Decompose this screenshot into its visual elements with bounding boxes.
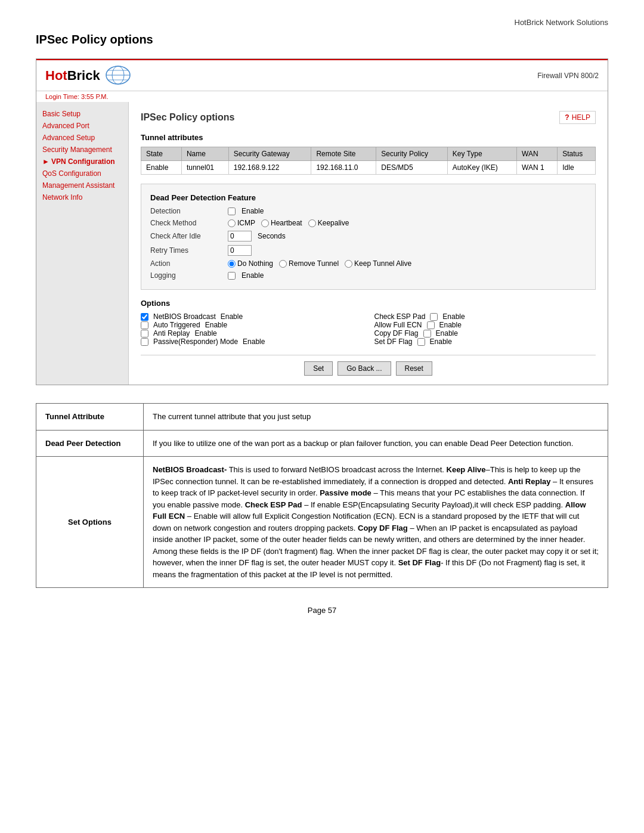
dpd-check-after-idle-value: Seconds	[228, 231, 286, 241]
options-section: Options NetBIOS Broadcast Enable Aut	[141, 299, 596, 346]
copy-df-flag-enable: Enable	[436, 329, 458, 337]
set-options-label: Set Options	[36, 457, 144, 588]
keepalive-radio[interactable]	[308, 219, 316, 227]
dpd-logging-value: Enable	[228, 271, 264, 280]
login-time: Login Time: 3:55 P.M.	[36, 91, 608, 102]
copy-df-flag-row: Copy DF Flag Enable	[374, 329, 596, 337]
netbios-row: NetBIOS Broadcast Enable	[141, 312, 363, 321]
logo-bar: HotBrick Firewall VPN 800/2	[36, 60, 608, 91]
netbios-label: NetBIOS Broadcast	[153, 312, 216, 321]
netbios-enable: Enable	[221, 312, 243, 321]
netbios-checkbox[interactable]	[141, 313, 148, 321]
logo-hot: Hot	[45, 68, 67, 83]
passive-mode-checkbox[interactable]	[141, 338, 148, 346]
sidebar-item-qos-configuration[interactable]: QoS Configuration	[36, 168, 128, 179]
col-name: Name	[181, 147, 228, 161]
col-state: State	[141, 147, 182, 161]
go-back-button[interactable]: Go Back ...	[338, 361, 391, 376]
sidebar-item-vpn-configuration[interactable]: ►VPN Configuration	[36, 156, 128, 168]
copy-df-flag-label: Copy DF Flag	[374, 329, 419, 337]
heartbeat-radio[interactable]	[261, 219, 269, 227]
allow-full-ecn-row: Allow Full ECN Enable	[374, 321, 596, 329]
set-df-flag-checkbox[interactable]	[417, 338, 425, 346]
page-title: IPSec Policy options	[36, 33, 608, 47]
retry-times-input[interactable]	[228, 245, 252, 256]
remove-tunnel-radio[interactable]	[279, 260, 287, 268]
dpd-retry-times-row: Retry Times	[150, 245, 586, 256]
do-nothing-radio[interactable]	[228, 260, 236, 268]
dead-peer-content: If you like to utilize one of the wan po…	[144, 430, 608, 457]
check-esp-pad-checkbox[interactable]	[430, 313, 438, 321]
dpd-check-method-value: ICMP Heartbeat Keepalive	[228, 219, 349, 227]
set-df-flag-enable: Enable	[430, 337, 452, 346]
anti-replay-checkbox[interactable]	[141, 330, 148, 337]
detection-checkbox[interactable]	[228, 208, 236, 215]
keep-tunnel-alive-option: Keep Tunnel Alive	[345, 259, 411, 268]
dpd-section: Dead Peer Detection Feature Detection En…	[141, 184, 596, 290]
logging-checkbox[interactable]	[228, 272, 236, 280]
help-icon: ?	[565, 113, 569, 122]
tunnel-table: State Name Security Gateway Remote Site …	[141, 147, 596, 175]
options-left: NetBIOS Broadcast Enable Auto Triggered …	[141, 312, 363, 346]
cell-security-policy: DES/MD5	[376, 161, 448, 175]
detection-enable-label: Enable	[242, 207, 264, 215]
anti-replay-enable: Enable	[194, 329, 216, 337]
page-container: HotBrick Network Solutions IPSec Policy …	[0, 0, 644, 639]
description-table: Tunnel Attribute The current tunnel attr…	[36, 403, 608, 588]
set-df-flag-label: Set DF Flag	[374, 337, 413, 346]
table-row: Enable tunnel01 192.168.9.122 192.168.11…	[141, 161, 596, 175]
reset-button[interactable]: Reset	[396, 361, 432, 376]
logo-brick: Brick	[67, 68, 100, 83]
auto-triggered-checkbox[interactable]	[141, 321, 148, 329]
dpd-retry-times-value	[228, 245, 252, 256]
do-nothing-option: Do Nothing	[228, 259, 273, 268]
cell-wan: WAN 1	[517, 161, 558, 175]
help-label: HELP	[572, 113, 590, 122]
heartbeat-option: Heartbeat	[261, 219, 302, 227]
copy-df-flag-checkbox[interactable]	[423, 330, 431, 337]
col-security-policy: Security Policy	[376, 147, 448, 161]
sidebar-item-basic-setup[interactable]: Basic Setup	[36, 108, 128, 120]
col-status: Status	[558, 147, 596, 161]
auto-triggered-enable: Enable	[205, 321, 227, 329]
help-button[interactable]: ? HELP	[559, 111, 596, 124]
cell-remote-site: 192.168.11.0	[311, 161, 376, 175]
check-after-idle-input[interactable]	[228, 231, 252, 241]
allow-full-ecn-checkbox[interactable]	[427, 321, 435, 329]
dpd-action-row: Action Do Nothing Remove Tunnel Keep Tun…	[150, 259, 586, 268]
globe-icon	[103, 65, 133, 86]
sidebar-item-advanced-port[interactable]: Advanced Port	[36, 120, 128, 132]
cell-status: Idle	[558, 161, 596, 175]
check-esp-pad-label: Check ESP Pad	[374, 312, 426, 321]
panel-title-text: IPSec Policy options	[141, 112, 234, 123]
icmp-radio[interactable]	[228, 219, 236, 227]
dpd-check-method-label: Check Method	[150, 219, 228, 227]
cell-state: Enable	[141, 161, 182, 175]
logo-container: HotBrick	[45, 65, 133, 86]
passive-mode-label: Passive(Responder) Mode	[153, 337, 238, 346]
dpd-detection-value: Enable	[228, 207, 264, 215]
allow-full-ecn-enable: Enable	[439, 321, 462, 329]
anti-replay-label: Anti Replay	[153, 329, 190, 337]
tunnel-section-header: Tunnel attributes	[141, 133, 596, 142]
auto-triggered-row: Auto Triggered Enable	[141, 321, 363, 329]
check-esp-pad-enable: Enable	[442, 312, 465, 321]
main-panel: IPSec Policy options ? HELP Tunnel attri…	[129, 102, 608, 385]
remove-tunnel-option: Remove Tunnel	[279, 259, 339, 268]
sidebar-item-security-management[interactable]: Security Management	[36, 144, 128, 156]
sidebar-item-advanced-setup[interactable]: Advanced Setup	[36, 132, 128, 144]
sidebar-item-network-info[interactable]: Network Info	[36, 191, 128, 203]
keep-tunnel-alive-radio[interactable]	[345, 260, 352, 268]
set-button[interactable]: Set	[304, 361, 333, 376]
company-name: HotBrick Network Solutions	[36, 18, 608, 27]
button-row: Set Go Back ... Reset	[141, 355, 596, 376]
col-remote-site: Remote Site	[311, 147, 376, 161]
dpd-detection-label: Detection	[150, 207, 228, 215]
dpd-detection-row: Detection Enable	[150, 207, 586, 215]
set-options-content: NetBIOS Broadcast- This is used to forwa…	[144, 457, 608, 588]
tunnel-attribute-label: Tunnel Attribute	[36, 404, 144, 431]
sidebar-item-management-assistant[interactable]: Management Assistant	[36, 179, 128, 191]
active-arrow: ►	[42, 157, 49, 166]
keepalive-option: Keepalive	[308, 219, 349, 227]
check-esp-pad-row: Check ESP Pad Enable	[374, 312, 596, 321]
